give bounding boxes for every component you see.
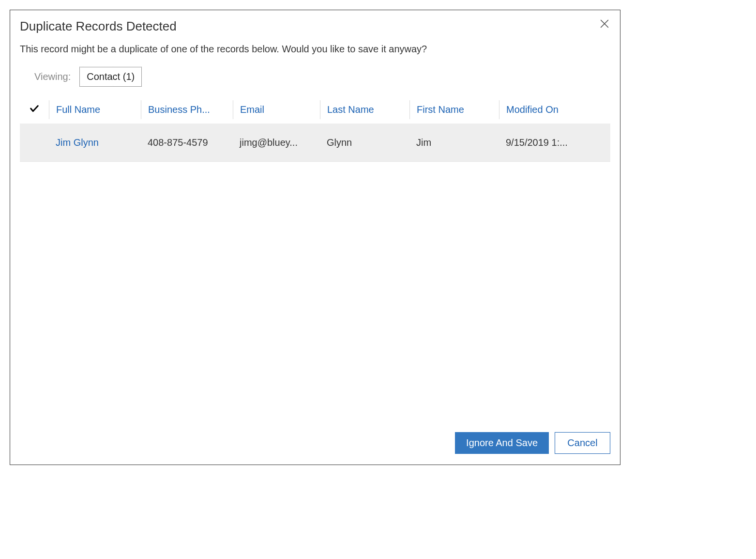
duplicates-table: Full Name Business Ph... Email Last Name… (10, 87, 620, 424)
cell-last-name: Glynn (320, 133, 409, 152)
cancel-button[interactable]: Cancel (555, 432, 610, 454)
dialog-footer: Ignore And Save Cancel (10, 424, 620, 465)
column-header-last-name[interactable]: Last Name (320, 100, 409, 119)
close-button[interactable] (599, 19, 610, 31)
cell-full-name[interactable]: Jim Glynn (49, 133, 141, 152)
cell-first-name: Jim (409, 133, 499, 152)
column-header-first-name[interactable]: First Name (409, 100, 499, 119)
table-row[interactable]: Jim Glynn 408-875-4579 jimg@bluey... Gly… (20, 124, 610, 161)
column-header-email[interactable]: Email (233, 100, 320, 119)
column-header-full-name[interactable]: Full Name (49, 100, 141, 119)
viewing-row: Viewing: Contact (1) (10, 67, 620, 87)
dialog-header: Duplicate Records Detected (10, 10, 620, 39)
duplicate-records-dialog: Duplicate Records Detected This record m… (10, 10, 620, 465)
dialog-subtitle: This record might be a duplicate of one … (10, 39, 620, 67)
checkmark-icon (29, 103, 40, 116)
close-icon (600, 19, 609, 30)
row-checkbox[interactable] (20, 139, 49, 146)
viewing-tab-contact[interactable]: Contact (1) (79, 67, 142, 87)
cell-modified-on: 9/15/2019 1:... (499, 133, 610, 152)
cell-business-phone: 408-875-4579 (141, 133, 233, 152)
table-body: Jim Glynn 408-875-4579 jimg@bluey... Gly… (20, 124, 610, 162)
ignore-and-save-button[interactable]: Ignore And Save (455, 432, 549, 454)
table-header-row: Full Name Business Ph... Email Last Name… (20, 96, 610, 124)
column-header-business-phone[interactable]: Business Ph... (141, 100, 233, 119)
viewing-label: Viewing: (34, 71, 71, 82)
select-all-checkbox[interactable] (20, 99, 49, 120)
column-header-modified-on[interactable]: Modified On (499, 100, 610, 119)
dialog-title: Duplicate Records Detected (20, 19, 177, 34)
cell-email: jimg@bluey... (233, 133, 320, 152)
